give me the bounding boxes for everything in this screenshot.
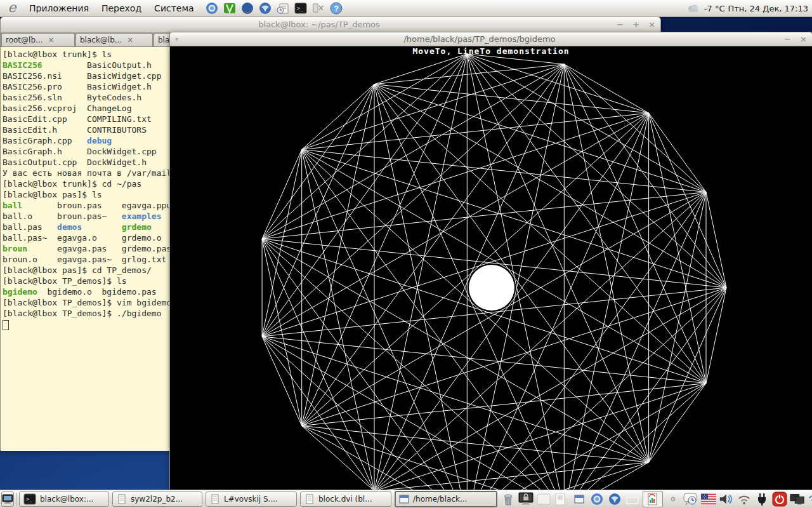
- taskbar-button-label: /home/black...: [413, 495, 467, 504]
- panel-clock-area[interactable]: -7 °C Птн, 24 Дек, 17:13: [686, 1, 812, 16]
- maximize-button[interactable]: +: [632, 20, 639, 29]
- monitors-icon[interactable]: [790, 491, 805, 507]
- desktop: black@lbox: ~/pas/TP_demos − + × root@lb…: [0, 0, 812, 508]
- bgidemo-window: ▾ /home/black/pas/TP_demos/bgidemo − × M…: [169, 32, 812, 491]
- terminal-window-controls: − + ×: [617, 17, 655, 32]
- thunderbird-icon[interactable]: [258, 1, 273, 16]
- terminal-titlebar[interactable]: black@lbox: ~/pas/TP_demos − + ×: [1, 17, 660, 32]
- tab-close-icon[interactable]: ×: [127, 36, 133, 44]
- trash-icon[interactable]: [501, 491, 516, 507]
- terminal-cursor: [3, 320, 9, 330]
- terminal-tab-0[interactable]: root@lb...×: [1, 33, 75, 46]
- tab-label: root@lb...: [6, 36, 43, 44]
- panel-menu-1[interactable]: Переход: [95, 0, 148, 17]
- center-disk: [469, 265, 514, 311]
- taskbar-button-2[interactable]: L#vovskij S....: [206, 491, 297, 507]
- taskbar-button-label: syw2l2p_b2...: [131, 495, 183, 504]
- distro-logo-icon[interactable]: e: [4, 1, 20, 15]
- taskbar-handle[interactable]: [16, 493, 17, 505]
- clock[interactable]: Птн, 24 Дек, 17:13: [728, 4, 808, 13]
- weather-temp: -7 °C: [704, 4, 725, 13]
- minimize-button[interactable]: −: [784, 35, 791, 43]
- terminal-window-title: black@lbox: ~/pas/TP_demos: [32, 20, 606, 29]
- chromium-icon[interactable]: [204, 1, 219, 16]
- close-button[interactable]: ×: [648, 20, 655, 29]
- white-app-icon[interactable]: [536, 491, 551, 507]
- panel-menu-2[interactable]: Система: [148, 0, 200, 17]
- document-icon: [210, 494, 220, 504]
- us-flag-icon[interactable]: [701, 491, 716, 507]
- bgidemo-window-controls: − ×: [784, 32, 807, 46]
- window-icon[interactable]: [572, 491, 587, 507]
- taskbar-button-3[interactable]: block.dvi (bl...: [300, 491, 391, 507]
- screensaver-lock-icon[interactable]: [518, 491, 534, 507]
- top-panel: e ПриложенияПереходСистема >_? -7 °C Птн…: [0, 0, 812, 17]
- panel-launchers: >_?: [204, 1, 344, 16]
- bgidemo-window-title: /home/black/pas/TP_demos/bgidemo: [202, 34, 757, 44]
- document-icon: [117, 494, 127, 504]
- tool-disabled-icon[interactable]: [311, 1, 326, 16]
- panel-menus: ПриложенияПереходСистема: [23, 0, 200, 17]
- weather-icon: [686, 1, 701, 16]
- organizer-icon[interactable]: [275, 1, 291, 16]
- firefox-icon[interactable]: [240, 1, 255, 16]
- power-icon[interactable]: [772, 491, 787, 507]
- canvas-title: MoveTo, LineTo demonstration: [170, 46, 812, 56]
- bgidemo-canvas: MoveTo, LineTo demonstration: [170, 46, 812, 491]
- window-outline-icon[interactable]: [625, 491, 640, 507]
- system-tray: [501, 491, 812, 507]
- chromium-icon[interactable]: [589, 491, 605, 507]
- minimize-button[interactable]: −: [617, 20, 624, 29]
- wifi-blue-icon[interactable]: [808, 491, 812, 507]
- notify-dot-icon[interactable]: [665, 491, 681, 507]
- window-icon: [399, 494, 409, 504]
- document-icon: [304, 494, 315, 504]
- tab-close-icon[interactable]: ×: [48, 36, 54, 44]
- white-app2-icon[interactable]: [554, 491, 569, 507]
- close-button[interactable]: ×: [800, 35, 807, 43]
- window-menu-icon[interactable]: ▾: [175, 36, 178, 43]
- terminal-icon[interactable]: >_: [293, 1, 308, 16]
- tab-label: black@lb...: [80, 36, 122, 44]
- terminal-tab-1[interactable]: black@lb...×: [75, 33, 153, 46]
- svg-text:>_: >_: [26, 497, 32, 502]
- taskbar-button-4[interactable]: /home/black...: [395, 491, 497, 507]
- terminal-icon: >_: [23, 493, 36, 505]
- svg-text:?: ?: [334, 4, 338, 13]
- taskbar-buttons: >_black@lbox:...syw2l2p_b2...L#vovskij S…: [19, 491, 501, 507]
- doc-chart-icon[interactable]: [643, 491, 663, 507]
- bubble-clock-icon[interactable]: [683, 491, 698, 507]
- moveto-lineto-figure: [170, 46, 812, 491]
- volume-icon[interactable]: [719, 491, 734, 507]
- svg-text:>_: >_: [297, 6, 303, 11]
- plug-icon[interactable]: [754, 491, 769, 507]
- wifi-gray-icon[interactable]: [737, 491, 752, 507]
- show-desktop-button[interactable]: [1, 491, 14, 507]
- thunderbird-icon[interactable]: [607, 491, 622, 507]
- panel-menu-0[interactable]: Приложения: [23, 0, 95, 17]
- taskbar-button-label: L#vovskij S....: [224, 495, 278, 504]
- taskbar-button-label: black@lbox:...: [40, 495, 93, 504]
- taskbar-button-1[interactable]: syw2l2p_b2...: [112, 491, 202, 507]
- taskbar-button-0[interactable]: >_black@lbox:...: [19, 491, 109, 507]
- taskbar-button-label: block.dvi (bl...: [318, 495, 372, 504]
- media-green-icon[interactable]: [222, 1, 237, 16]
- help-icon[interactable]: ?: [329, 1, 344, 16]
- taskbar: >_black@lbox:...syw2l2p_b2...L#vovskij S…: [0, 490, 812, 508]
- bgidemo-titlebar[interactable]: ▾ /home/black/pas/TP_demos/bgidemo − ×: [170, 32, 812, 46]
